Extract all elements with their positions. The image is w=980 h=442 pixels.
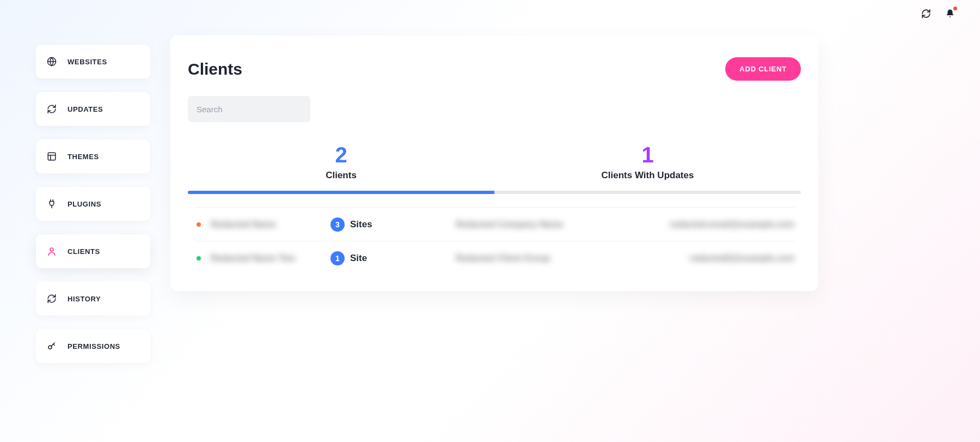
svg-rect-2	[48, 153, 56, 160]
tab-clients[interactable]: 2 Clients	[188, 143, 494, 191]
client-list: Redacted Name 3 Sites Redacted Company N…	[188, 207, 801, 275]
history-icon	[47, 294, 57, 304]
site-count-badge: 3	[330, 217, 345, 232]
tab-count: 2	[188, 143, 494, 167]
sidebar-item-themes[interactable]: THEMES	[36, 140, 150, 173]
site-count-badge: 1	[330, 251, 345, 265]
tab-indicator-inactive	[494, 191, 801, 194]
sites-cell: 1 Site	[330, 251, 456, 265]
key-icon	[47, 341, 57, 351]
notification-dot	[953, 7, 957, 10]
client-name: Redacted Name Two	[211, 253, 330, 263]
sites-cell: 3 Sites	[330, 217, 456, 232]
sidebar-item-label: HISTORY	[68, 295, 101, 303]
notifications-icon[interactable]	[944, 8, 956, 20]
client-company: Redacted Company Name	[456, 220, 631, 229]
tab-indicator	[188, 191, 801, 194]
sidebar-item-websites[interactable]: WEBSITES	[36, 45, 150, 78]
sidebar-item-label: UPDATES	[68, 105, 103, 113]
sidebar-item-label: PLUGINS	[68, 200, 101, 208]
topbar	[920, 8, 956, 20]
client-row[interactable]: Redacted Name Two 1 Site Redacted Client…	[194, 241, 794, 275]
client-email: redacted.email@example.com	[631, 220, 794, 229]
sidebar-item-updates[interactable]: UPDATES	[36, 92, 150, 126]
sidebar-item-label: WEBSITES	[68, 58, 107, 66]
sidebar-item-label: THEMES	[68, 153, 99, 161]
status-dot	[197, 222, 201, 227]
search-wrap	[188, 96, 801, 122]
plug-icon	[47, 199, 57, 209]
client-email: redacted2@example.com	[631, 253, 794, 263]
sync-icon	[47, 104, 57, 114]
client-row[interactable]: Redacted Name 3 Sites Redacted Company N…	[194, 207, 794, 241]
sidebar-item-clients[interactable]: CLIENTS	[36, 234, 150, 268]
main-header: Clients ADD CLIENT	[188, 57, 801, 81]
globe-icon	[47, 57, 57, 66]
sidebar-item-permissions[interactable]: PERMISSIONS	[36, 329, 150, 363]
sidebar: WEBSITES UPDATES THEMES PLUGINS CLIENTS …	[36, 45, 150, 363]
client-name: Redacted Name	[211, 220, 330, 229]
refresh-icon[interactable]	[920, 8, 932, 20]
add-client-button[interactable]: ADD CLIENT	[725, 57, 801, 81]
tab-count: 1	[494, 143, 801, 167]
svg-point-5	[50, 248, 53, 251]
layout-icon	[47, 152, 57, 161]
tab-label: Clients With Updates	[494, 170, 801, 181]
sidebar-item-label: PERMISSIONS	[68, 342, 120, 350]
site-word: Site	[350, 253, 367, 264]
status-dot	[197, 256, 201, 261]
tab-indicator-active	[188, 191, 494, 194]
sidebar-item-plugins[interactable]: PLUGINS	[36, 187, 150, 221]
site-word: Sites	[350, 219, 372, 230]
main-panel: Clients ADD CLIENT 2 Clients 1 Clients W…	[170, 35, 818, 291]
sidebar-item-history[interactable]: HISTORY	[36, 282, 150, 316]
stats-tabs: 2 Clients 1 Clients With Updates	[188, 143, 801, 191]
sidebar-item-label: CLIENTS	[68, 247, 100, 256]
search-input[interactable]	[188, 96, 310, 122]
page-title: Clients	[188, 60, 242, 78]
tab-clients-with-updates[interactable]: 1 Clients With Updates	[494, 143, 801, 191]
user-icon	[47, 246, 57, 256]
client-company: Redacted Client Group	[456, 253, 631, 263]
tab-label: Clients	[188, 170, 494, 181]
